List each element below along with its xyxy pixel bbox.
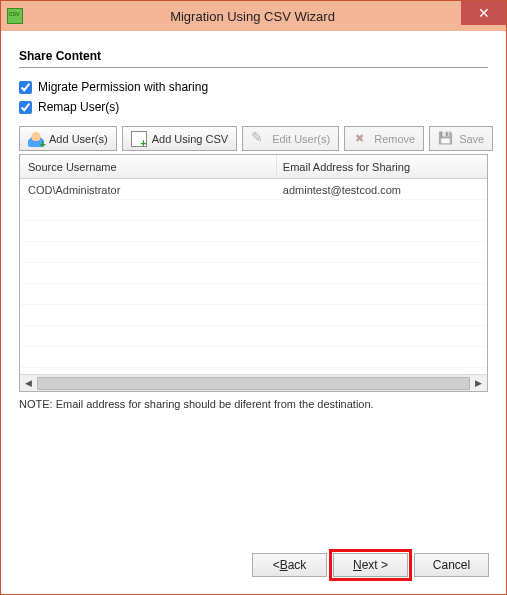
titlebar: Migration Using CSV Wizard ✕ [1, 1, 506, 31]
window-title: Migration Using CSV Wizard [0, 9, 506, 24]
table-header: Source Username Email Address for Sharin… [20, 155, 487, 179]
back-prefix: < [273, 558, 280, 572]
add-users-label: Add User(s) [49, 133, 108, 145]
header-email[interactable]: Email Address for Sharing [277, 161, 487, 173]
add-csv-label: Add Using CSV [152, 133, 228, 145]
scroll-right-arrow-icon[interactable]: ▶ [470, 375, 487, 392]
app-icon [7, 8, 23, 24]
save-icon [438, 131, 454, 147]
checkbox-migrate-permission-input[interactable] [19, 81, 32, 94]
scroll-track[interactable] [37, 375, 470, 391]
cancel-button[interactable]: Cancel [414, 553, 489, 577]
close-button[interactable]: ✕ [461, 1, 506, 25]
cell-email: admintest@testcod.com [277, 184, 487, 196]
add-users-button[interactable]: Add User(s) [19, 126, 117, 151]
add-using-csv-button[interactable]: Add Using CSV [122, 126, 237, 151]
separator [19, 67, 488, 68]
cell-source-username: COD\Administrator [20, 184, 277, 196]
table-body: COD\Administrator admintest@testcod.com [20, 179, 487, 374]
edit-users-button: Edit User(s) [242, 126, 339, 151]
next-underline: N [353, 558, 362, 572]
remove-icon [353, 131, 369, 147]
section-title: Share Content [19, 49, 488, 63]
scroll-thumb[interactable] [37, 377, 470, 390]
csv-add-icon [131, 131, 147, 147]
remove-label: Remove [374, 133, 415, 145]
checkbox-migrate-permission-label: Migrate Permission with sharing [38, 80, 208, 94]
table-row[interactable]: COD\Administrator admintest@testcod.com [20, 179, 487, 200]
save-button: Save [429, 126, 493, 151]
content-area: Share Content Migrate Permission with sh… [1, 31, 506, 410]
save-label: Save [459, 133, 484, 145]
back-button[interactable]: < Back [252, 553, 327, 577]
edit-icon [251, 131, 267, 147]
checkbox-remap-users[interactable]: Remap User(s) [19, 100, 488, 114]
note-text: NOTE: Email address for sharing should b… [19, 398, 488, 410]
checkbox-migrate-permission[interactable]: Migrate Permission with sharing [19, 80, 488, 94]
header-source-username[interactable]: Source Username [20, 155, 277, 178]
users-table: Source Username Email Address for Sharin… [19, 154, 488, 392]
checkbox-remap-users-label: Remap User(s) [38, 100, 119, 114]
next-rest: ext > [362, 558, 388, 572]
back-rest: ack [288, 558, 307, 572]
checkbox-remap-users-input[interactable] [19, 101, 32, 114]
back-underline: B [280, 558, 288, 572]
wizard-footer: < Back Next > Cancel [252, 553, 489, 577]
edit-users-label: Edit User(s) [272, 133, 330, 145]
scroll-left-arrow-icon[interactable]: ◀ [20, 375, 37, 392]
remove-button: Remove [344, 126, 424, 151]
horizontal-scrollbar[interactable]: ◀ ▶ [20, 374, 487, 391]
next-button[interactable]: Next > [333, 553, 408, 577]
cancel-label: Cancel [433, 558, 470, 572]
toolbar: Add User(s) Add Using CSV Edit User(s) R… [19, 126, 488, 151]
user-add-icon [28, 131, 44, 147]
